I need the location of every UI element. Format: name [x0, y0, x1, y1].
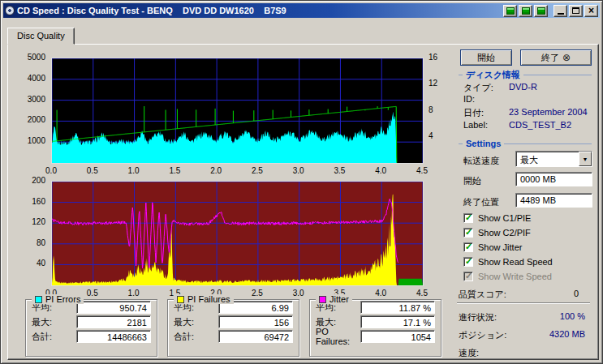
axis-tick: 3.0	[293, 166, 304, 175]
chart-icon	[506, 7, 515, 15]
axis-tick: 160	[32, 197, 45, 206]
axis-tick: 3000	[28, 95, 45, 104]
chevron-down-icon: ▼	[583, 156, 588, 162]
position-label: ポジション:	[459, 329, 506, 341]
legend-pi-errors: PI Errors 平均:950.74 最大:2181 合計:14486663	[25, 299, 157, 357]
disc-icon	[522, 7, 530, 15]
pi-errors-total-value: 14486663	[76, 330, 151, 343]
checkbox-label: Show C2/PIF	[478, 228, 531, 238]
axis-tick: 0.5	[87, 166, 98, 175]
legend-pi-failures: PI Failures 平均:6.99 最大:156 合計:69472	[167, 299, 299, 357]
axis-tick: 2000	[28, 115, 45, 124]
speed-label: 速度:	[459, 347, 479, 359]
axis-tick: 16	[429, 53, 437, 62]
maximize-button[interactable]	[569, 5, 583, 17]
transfer-speed-label: 転送速度	[463, 155, 499, 167]
disc-type-value: DVD-R	[509, 82, 537, 92]
titlebar-buttons: ×	[503, 5, 598, 17]
end-position-field[interactable]: 4489 MB	[515, 193, 592, 208]
legend-pi-failures-title: PI Failures	[174, 294, 234, 304]
axis-tick: 12	[429, 79, 437, 88]
axis-tick: 0.0	[45, 166, 57, 175]
jitter-color-swatch	[319, 296, 326, 303]
checkbox-box	[463, 228, 473, 238]
axis-tick: 5000	[28, 53, 45, 62]
axis-tick: 4.5	[416, 166, 428, 175]
jitter-pif-chart	[51, 181, 424, 286]
quality-score-value: 0	[574, 289, 579, 298]
axis-tick: 2.0	[210, 166, 222, 175]
checkbox-label: Show Read Speed	[478, 257, 553, 267]
close-icon: ×	[588, 6, 594, 15]
axis-tick: 4.5	[416, 289, 428, 298]
disc-date-label: 日付:	[463, 107, 484, 119]
legend-title-text: PI Errors	[45, 294, 80, 304]
axis-tick: 3.0	[293, 289, 304, 298]
max-label: 最大:	[32, 316, 76, 328]
checkbox-show-c2-pif[interactable]: Show C2/PIF	[463, 226, 531, 239]
tab-page: 10002000300040005000 481216 0.00.51.01.5…	[7, 44, 599, 360]
exit-button[interactable]: 終了⊗	[520, 49, 592, 66]
axis-tick: 2.5	[252, 166, 263, 175]
start-button-label: 開始	[477, 52, 495, 64]
transfer-speed-value: 最大	[516, 152, 579, 166]
close-button[interactable]: ×	[584, 5, 598, 17]
total-label: 合計:	[32, 331, 76, 343]
legend-title-text: Jitter	[329, 294, 349, 304]
position-value: 4320 MB	[549, 329, 585, 339]
pi-errors-color-swatch	[35, 296, 42, 303]
axis-tick: 2.5	[252, 289, 263, 298]
titlebar-tool-chart-button[interactable]	[503, 5, 517, 17]
po-failures-label: PO Failures:	[316, 327, 360, 346]
dropdown-button[interactable]: ▼	[579, 152, 592, 166]
checkbox-label: Show Write Speed	[478, 272, 552, 281]
settings-header: Settings	[459, 139, 592, 148]
titlebar: CD Speed : Disc Quality Test - BENQ DVD …	[3, 3, 600, 18]
legend-jitter: Jitter 平均:11.87 % 最大:17.1 % PO Failures:…	[309, 299, 441, 357]
legend-title-text: PI Failures	[187, 294, 230, 304]
pi-failures-color-swatch	[177, 296, 184, 303]
titlebar-tool-save-button[interactable]	[534, 5, 548, 17]
pie-chart-left-axis: 10002000300040005000	[8, 58, 49, 164]
pi-failures-total-value: 69472	[218, 330, 293, 343]
disc-label-value: CDS_TEST_B2	[509, 120, 571, 130]
app-icon	[5, 6, 15, 15]
axis-tick: 3.5	[334, 166, 345, 175]
maximize-icon	[572, 7, 579, 14]
axis-tick: 1.0	[128, 166, 140, 175]
pi-errors-max-value: 2181	[76, 315, 151, 328]
axis-tick: 4.0	[375, 289, 386, 298]
start-position-label: 開始	[463, 175, 481, 187]
exit-circle-x-icon: ⊗	[562, 53, 571, 62]
checkbox-box	[463, 213, 473, 223]
po-failures-value: 1054	[360, 330, 435, 343]
disc-date-value: 23 September 2004	[509, 107, 588, 117]
disc-type-label: タイプ:	[463, 82, 493, 94]
tab-disc-quality[interactable]: Disc Quality	[7, 28, 75, 45]
exit-button-label: 終了	[541, 52, 559, 64]
window-title: CD Speed : Disc Quality Test - BENQ DVD …	[17, 6, 501, 15]
checkbox-show-jitter[interactable]: Show Jitter	[463, 241, 522, 254]
pi-failures-max-value: 156	[218, 315, 293, 328]
titlebar-tool-disc-button[interactable]	[519, 5, 532, 17]
checkbox-show-read-speed[interactable]: Show Read Speed	[463, 255, 553, 268]
axis-tick: 40	[37, 259, 45, 268]
axis-tick: 1.0	[128, 289, 140, 298]
checkbox-show-c1-pie[interactable]: Show C1/PIE	[463, 212, 531, 225]
transfer-speed-select[interactable]: 最大 ▼	[515, 151, 592, 167]
legend-jitter-title: Jitter	[316, 294, 352, 304]
checkbox-label: Show C1/PIE	[478, 213, 531, 223]
checkbox-label: Show Jitter	[478, 242, 522, 252]
minimize-button[interactable]	[553, 5, 567, 17]
axis-tick: 0.5	[87, 289, 98, 298]
app-window: CD Speed : Disc Quality Test - BENQ DVD …	[0, 0, 603, 364]
start-test-button[interactable]: 開始	[460, 49, 512, 66]
axis-tick: 1.5	[169, 166, 180, 175]
axis-tick: 1000	[28, 136, 45, 145]
disc-label-label: Label:	[463, 120, 488, 130]
pi-errors-avg-value: 950.74	[76, 301, 151, 314]
start-position-field[interactable]: 0000 MB	[515, 172, 592, 186]
side-panel: 開始 終了⊗ ディスク情報 タイプ: DVD-R ID: 日付: 23 Sept…	[452, 45, 597, 360]
axis-tick: 80	[37, 238, 45, 247]
jitter-avg-value: 11.87 %	[360, 301, 435, 314]
